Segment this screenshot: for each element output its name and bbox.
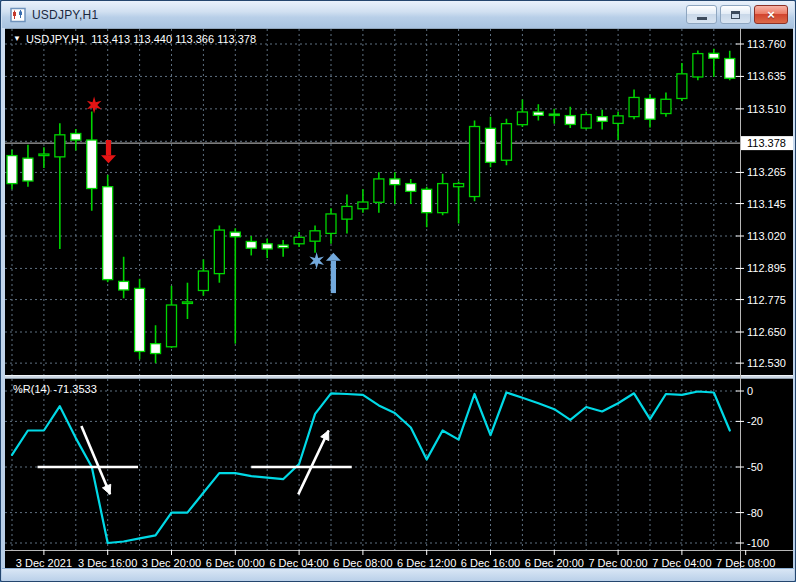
title-bar[interactable]: USDJPY,H1 × <box>2 1 794 28</box>
price-tick-label: 112.650 <box>747 326 786 338</box>
chart-window: USDJPY,H1 × ▼ USDJPY,H1 113.413 113.440 … <box>0 0 796 582</box>
chart-plot-area[interactable] <box>5 28 740 550</box>
minimize-button[interactable] <box>686 5 717 24</box>
restore-button[interactable] <box>720 5 751 24</box>
indicator-tick-label: -50 <box>747 461 763 473</box>
symbol-readout[interactable]: ▼ USDJPY,H1 113.413 113.440 113.366 113.… <box>13 33 256 45</box>
indicator-tick-label: -20 <box>747 415 763 427</box>
price-tick-label: 113.145 <box>747 198 786 210</box>
price-tick-label: 112.775 <box>747 294 786 306</box>
minimize-icon <box>697 17 707 20</box>
restore-icon <box>731 11 740 19</box>
close-button[interactable]: × <box>754 5 788 24</box>
price-tick-label: 113.760 <box>747 38 786 50</box>
window-bottom-border <box>2 568 794 581</box>
price-tick-label: 113.265 <box>747 166 786 178</box>
symbol-dropdown-icon: ▼ <box>13 35 21 43</box>
window-controls: × <box>686 5 788 24</box>
price-tick-label: 113.020 <box>747 230 786 242</box>
indicator-tick-label: 0 <box>747 385 753 397</box>
price-tick-label: 112.530 <box>747 357 786 369</box>
price-tick-label: 113.510 <box>747 103 786 115</box>
chart-window-icon <box>10 7 26 23</box>
current-price-label-text: 113.378 <box>747 137 786 149</box>
symbol-ohlc-text: USDJPY,H1 113.413 113.440 113.366 113.37… <box>26 33 256 45</box>
window-title: USDJPY,H1 <box>32 8 98 22</box>
chart-canvas: 113.760113.635113.510113.378113.265113.1… <box>5 28 793 571</box>
chart-client-area: ▼ USDJPY,H1 113.413 113.440 113.366 113.… <box>5 28 793 571</box>
price-tick-label: 113.635 <box>747 70 786 82</box>
indicator-tick-label: -100 <box>747 537 769 549</box>
price-tick-label: 112.895 <box>747 262 786 274</box>
indicator-tick-label: -80 <box>747 507 763 519</box>
close-icon: × <box>767 8 775 21</box>
indicator-label: %R(14) -71.3533 <box>13 383 97 395</box>
